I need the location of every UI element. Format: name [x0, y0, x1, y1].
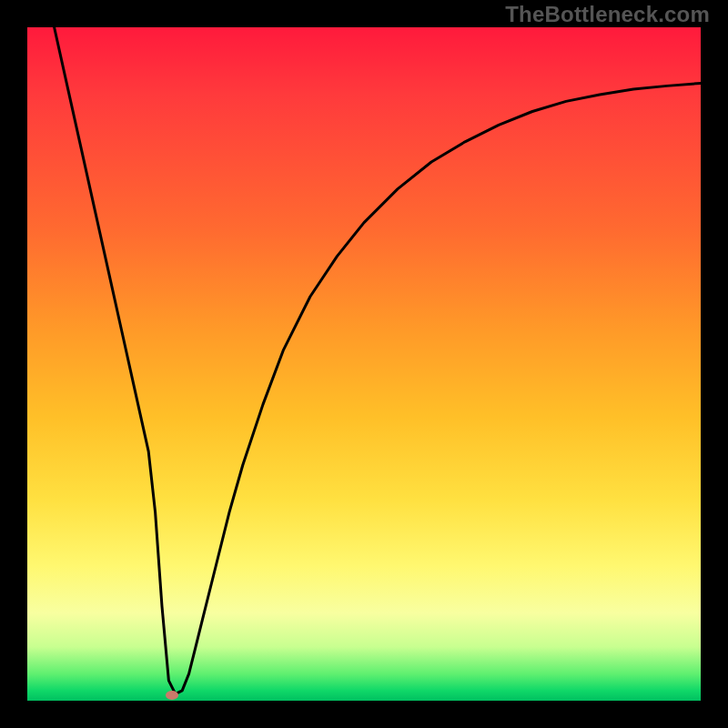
bottleneck-curve	[27, 27, 701, 701]
plot-area	[27, 27, 701, 701]
optimal-point-marker	[166, 691, 178, 700]
watermark-text: TheBottleneck.com	[505, 2, 710, 27]
chart-frame: TheBottleneck.com	[0, 0, 728, 728]
